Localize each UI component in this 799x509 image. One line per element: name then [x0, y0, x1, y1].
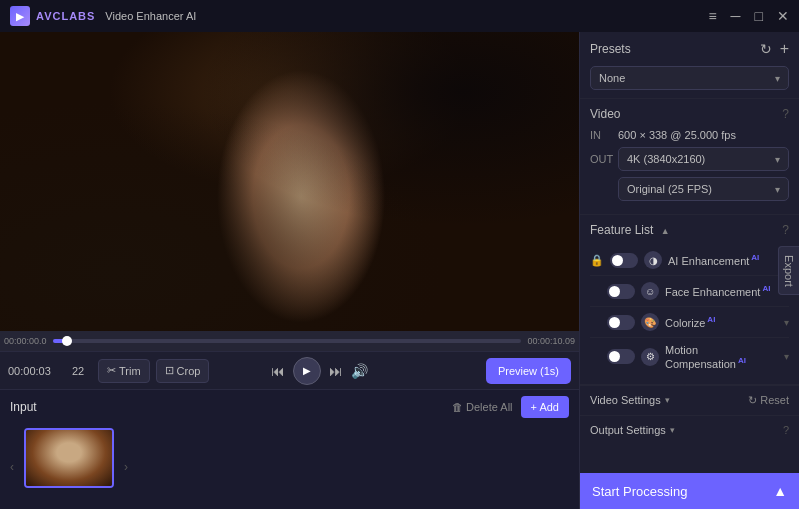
feature-face-enhancement: ☺ Face EnhancementAI ▾ [590, 276, 789, 307]
play-button[interactable]: ▶ [293, 357, 321, 385]
left-panel: 00:00:00.0 00:00:10.09 00:00:03 22 ✂ Tri… [0, 32, 579, 509]
feature-colorize: 🎨 ColorizeAI ▾ [590, 307, 789, 338]
chevron-down-icon: ▾ [775, 154, 780, 165]
close-icon[interactable]: ✕ [777, 8, 789, 24]
out-label: OUT [590, 153, 618, 165]
feature-list-section: Feature List ▲ ? 🔒 ◑ AI EnhancementAI [580, 215, 799, 385]
thumbnail-item[interactable] [24, 428, 114, 488]
colorize-expand[interactable]: ▾ [784, 317, 789, 328]
face-enhancement-name: Face EnhancementAI [665, 284, 778, 298]
logo-icon: ▶ [10, 6, 30, 26]
face-enhancement-icon: ☺ [641, 282, 659, 300]
ai-enhancement-name: AI EnhancementAI [668, 253, 778, 267]
feature-list-header: Feature List ▲ ? [590, 223, 789, 237]
titlebar: ▶ AVCLABS Video Enhancer AI ≡ ─ □ ✕ [0, 0, 799, 32]
right-wrapper: Presets ↻ + None ▾ Video ? [579, 32, 799, 509]
thumbnail-wrapper: Part#1.mp4 [24, 428, 114, 488]
presets-section: Presets ↻ + None ▾ [580, 32, 799, 99]
app-name: Video Enhancer AI [105, 10, 196, 22]
bg-dark [0, 32, 579, 331]
fps-select[interactable]: Original (25 FPS) ▾ [618, 177, 789, 201]
timeline-time-start: 00:00:00.0 [4, 336, 47, 346]
frame-display: 22 [72, 365, 92, 377]
step-back-icon[interactable]: ⏮ [271, 363, 285, 379]
thumb-nav-left[interactable]: ‹ [4, 459, 20, 475]
start-processing-button[interactable]: Start Processing ▲ [580, 473, 799, 509]
crop-button[interactable]: ⊡ Crop [156, 359, 210, 383]
colorize-icon: 🎨 [641, 313, 659, 331]
thumb-nav-right[interactable]: › [118, 459, 134, 475]
export-tab[interactable]: Export [778, 246, 799, 296]
feature-list-title: Feature List ▲ [590, 223, 670, 237]
resolution-select[interactable]: 4K (3840x2160) ▾ [618, 147, 789, 171]
brand-name: AVCLABS [36, 10, 95, 22]
video-settings-title: Video Settings ▾ [590, 394, 670, 406]
motion-compensation-expand[interactable]: ▾ [784, 351, 789, 362]
colorize-name: ColorizeAI [665, 315, 778, 329]
lock-icon: 🔒 [590, 254, 604, 267]
step-forward-icon[interactable]: ⏭ [329, 363, 343, 379]
reset-control[interactable]: ↻ Reset [748, 394, 789, 407]
video-section: Video ? IN 600 × 338 @ 25.000 fps OUT 4K… [580, 99, 799, 215]
chevron-down-icon: ▾ [775, 184, 780, 195]
controls-bar: 00:00:03 22 ✂ Trim ⊡ Crop ⏮ ▶ ⏭ 🔊 Previe… [0, 351, 579, 389]
output-settings-section[interactable]: Output Settings ▾ ? [580, 415, 799, 444]
output-settings-arrow: ▾ [670, 425, 675, 435]
video-art [0, 32, 579, 331]
add-button[interactable]: + Add [521, 396, 569, 418]
add-preset-icon[interactable]: + [780, 40, 789, 58]
main-layout: 00:00:00.0 00:00:10.09 00:00:03 22 ✂ Tri… [0, 32, 799, 509]
reset-icon: ↻ [748, 394, 757, 407]
window-controls: ≡ ─ □ ✕ [708, 8, 789, 24]
menu-icon[interactable]: ≡ [708, 8, 716, 24]
start-processing-label: Start Processing [592, 484, 687, 499]
motion-compensation-name: Motion CompensationAI [665, 344, 778, 370]
presets-header: Presets ↻ + [590, 40, 789, 58]
video-settings-section[interactable]: Video Settings ▾ ↻ Reset [580, 385, 799, 415]
fps-row: Original (25 FPS) ▾ [590, 177, 789, 201]
help-icon[interactable]: ? [782, 107, 789, 121]
input-section: Input 🗑 Delete All + Add ‹ [0, 389, 579, 509]
input-title: Input [10, 400, 37, 414]
right-panel: Presets ↻ + None ▾ Video ? [579, 32, 799, 509]
colorize-toggle[interactable] [607, 315, 635, 330]
ai-enhancement-toggle[interactable] [610, 253, 638, 268]
in-value: 600 × 338 @ 25.000 fps [618, 129, 736, 141]
delete-all-button[interactable]: 🗑 Delete All [452, 401, 512, 413]
video-preview [0, 32, 579, 331]
playback-controls: ⏮ ▶ ⏭ 🔊 [271, 357, 368, 385]
feature-motion-compensation: ⚙ Motion CompensationAI ▾ [590, 338, 789, 376]
time-display: 00:00:03 [8, 365, 66, 377]
start-processing-chevron: ▲ [773, 483, 787, 499]
output-settings-title: Output Settings ▾ [590, 424, 675, 436]
timeline[interactable]: 00:00:00.0 00:00:10.09 [0, 331, 579, 351]
thumbnail-inner [26, 430, 112, 486]
input-header: Input 🗑 Delete All + Add [0, 390, 579, 424]
trash-icon: 🗑 [452, 401, 463, 413]
minimize-icon[interactable]: ─ [731, 8, 741, 24]
video-header: Video ? [590, 107, 789, 121]
preview-button[interactable]: Preview (1s) [486, 358, 571, 384]
right-content: Presets ↻ + None ▾ Video ? [580, 32, 799, 473]
preset-select[interactable]: None ▾ [590, 66, 789, 90]
video-title: Video [590, 107, 620, 121]
reset-label: Reset [760, 394, 789, 406]
video-out-row: OUT 4K (3840x2160) ▾ [590, 147, 789, 171]
motion-compensation-toggle[interactable] [607, 349, 635, 364]
face-enhancement-toggle[interactable] [607, 284, 635, 299]
presets-title: Presets [590, 42, 631, 56]
maximize-icon[interactable]: □ [755, 8, 763, 24]
refresh-icon[interactable]: ↻ [760, 41, 772, 57]
trim-button[interactable]: ✂ Trim [98, 359, 150, 383]
chevron-down-icon: ▾ [775, 73, 780, 84]
output-help-icon[interactable]: ? [783, 424, 789, 436]
in-label: IN [590, 129, 618, 141]
volume-icon[interactable]: 🔊 [351, 363, 368, 379]
video-in-row: IN 600 × 338 @ 25.000 fps [590, 129, 789, 141]
feature-help-icon[interactable]: ? [782, 223, 789, 237]
input-thumbnails: ‹ Part#1.mp4 › [0, 424, 579, 509]
timeline-thumb[interactable] [62, 336, 72, 346]
timeline-time-end: 00:00:10.09 [527, 336, 575, 346]
app-logo: ▶ AVCLABS Video Enhancer AI [10, 6, 196, 26]
timeline-bar[interactable] [53, 339, 522, 343]
